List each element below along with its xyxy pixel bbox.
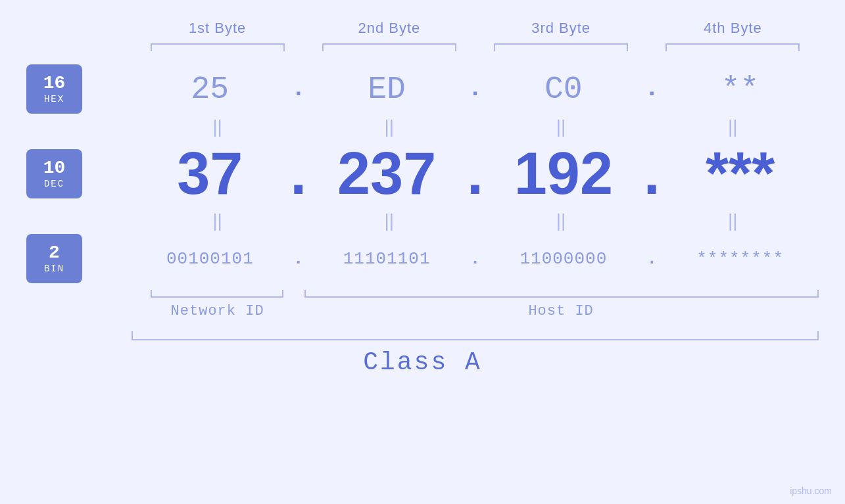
id-label-row: Network ID Host ID: [132, 303, 819, 319]
watermark: ipshu.com: [790, 486, 832, 496]
bin-value-2: 11101101: [343, 249, 431, 269]
top-brackets: [132, 43, 819, 51]
bin-cell-2: 11101101: [308, 249, 466, 269]
dec-dot-3: .: [642, 140, 662, 208]
bin-cell-4: ********: [662, 249, 819, 269]
byte-header-4: 4th Byte: [647, 20, 819, 37]
bin-cell-1: 00100101: [132, 249, 289, 269]
dec-cell-1: 37: [132, 140, 289, 208]
dec-value-3: 192: [514, 140, 613, 208]
top-bracket-1: [132, 43, 303, 51]
dec-value-4: ***: [706, 140, 775, 208]
main-container: 1st Byte 2nd Byte 3rd Byte 4th Byte 16 H…: [0, 0, 845, 504]
equals-2-1: ||: [132, 208, 303, 234]
equals-2-4: ||: [647, 208, 819, 234]
bin-row: 2 BIN 00100101 . 11101101 . 11000000 . *…: [26, 234, 819, 283]
host-id-label: Host ID: [303, 303, 819, 319]
hex-badge: 16 HEX: [26, 64, 82, 114]
dec-cell-4: ***: [662, 140, 819, 208]
dec-dot-1: .: [289, 140, 308, 208]
badge-spacer-dec: 10 DEC: [26, 149, 132, 198]
hex-value-4: **: [721, 72, 760, 107]
network-bracket-container: [132, 290, 302, 298]
network-id-label: Network ID: [132, 303, 303, 319]
bin-row-content: 00100101 . 11101101 . 11000000 . *******…: [132, 249, 819, 269]
hex-dot-2: .: [466, 76, 485, 103]
dec-value-1: 37: [177, 140, 243, 208]
dec-badge-label: DEC: [44, 179, 64, 189]
host-bracket: [304, 290, 819, 298]
top-bracket-4: [647, 43, 819, 51]
byte-header-1: 1st Byte: [132, 20, 303, 37]
hex-badge-number: 16: [43, 74, 66, 94]
equals-1-2: ||: [303, 114, 475, 140]
bin-value-4: ********: [696, 249, 784, 269]
hex-cell-3: C0: [485, 72, 642, 107]
badge-spacer-bin: 2 BIN: [26, 234, 132, 283]
dec-row: 10 DEC 37 . 237 . 192 . ***: [26, 140, 819, 208]
hex-cell-1: 25: [132, 72, 289, 107]
equals-row-2: || || || ||: [132, 208, 819, 234]
hex-row: 16 HEX 25 . ED . C0 . **: [26, 64, 819, 114]
hex-dot-3: .: [642, 76, 662, 103]
hex-row-content: 25 . ED . C0 . **: [132, 72, 819, 107]
bin-dot-3: .: [642, 249, 662, 269]
hex-value-3: C0: [544, 72, 583, 107]
dec-cell-2: 237: [308, 140, 466, 208]
bin-value-3: 11000000: [519, 249, 607, 269]
dec-row-content: 37 . 237 . 192 . ***: [132, 140, 819, 208]
dec-badge: 10 DEC: [26, 149, 82, 198]
byte-header-3: 3rd Byte: [475, 20, 647, 37]
hex-cell-4: **: [662, 72, 819, 107]
byte-header-2: 2nd Byte: [303, 20, 475, 37]
top-bracket-3: [475, 43, 647, 51]
hex-cell-2: ED: [308, 72, 466, 107]
bin-value-1: 00100101: [166, 249, 254, 269]
dec-badge-number: 10: [43, 158, 66, 179]
bin-badge-label: BIN: [44, 263, 64, 274]
network-bracket: [151, 290, 283, 298]
class-label: Class A: [26, 348, 819, 377]
equals-1-3: ||: [475, 114, 647, 140]
equals-1-1: ||: [132, 114, 303, 140]
hex-badge-label: HEX: [44, 94, 64, 104]
hex-dot-1: .: [289, 76, 308, 103]
dec-cell-3: 192: [485, 140, 642, 208]
dec-dot-2: .: [466, 140, 485, 208]
badge-spacer-hex: 16 HEX: [26, 64, 132, 114]
bin-badge: 2 BIN: [26, 234, 82, 283]
bin-dot-2: .: [466, 249, 485, 269]
bottom-brackets: [132, 290, 819, 298]
bin-badge-number: 2: [49, 243, 60, 263]
equals-2-2: ||: [303, 208, 475, 234]
full-bottom-bracket: [132, 331, 819, 340]
equals-1-4: ||: [647, 114, 819, 140]
equals-2-3: ||: [475, 208, 647, 234]
byte-headers: 1st Byte 2nd Byte 3rd Byte 4th Byte: [132, 20, 819, 37]
dec-value-2: 237: [337, 140, 436, 208]
top-bracket-2: [303, 43, 475, 51]
hex-value-2: ED: [368, 72, 406, 107]
bin-cell-3: 11000000: [485, 249, 642, 269]
bin-dot-1: .: [289, 249, 308, 269]
hex-value-1: 25: [191, 72, 229, 107]
equals-row-1: || || || ||: [132, 114, 819, 140]
